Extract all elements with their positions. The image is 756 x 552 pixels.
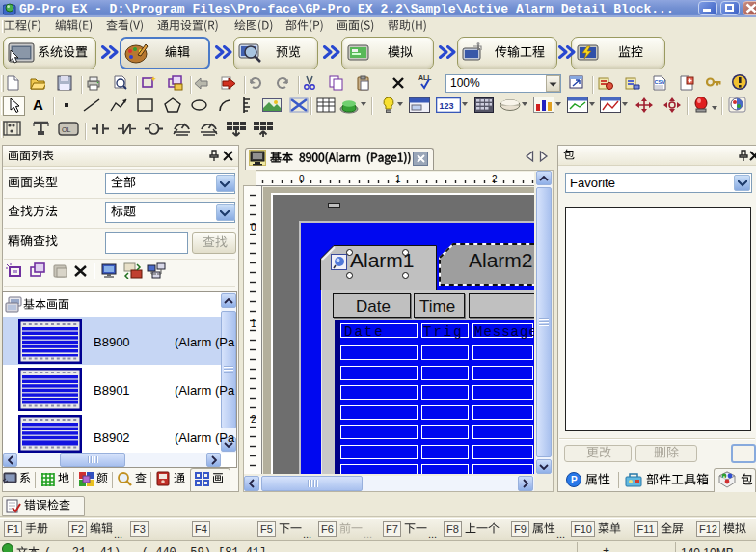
svg-text:P: P <box>571 475 578 485</box>
svg-text:A: A <box>723 475 726 480</box>
svg-text:OL: OL <box>62 126 70 133</box>
svg-text:123: 123 <box>440 101 454 111</box>
svg-text:CSV: CSV <box>655 79 666 85</box>
svg-text:ALL: ALL <box>418 74 432 81</box>
